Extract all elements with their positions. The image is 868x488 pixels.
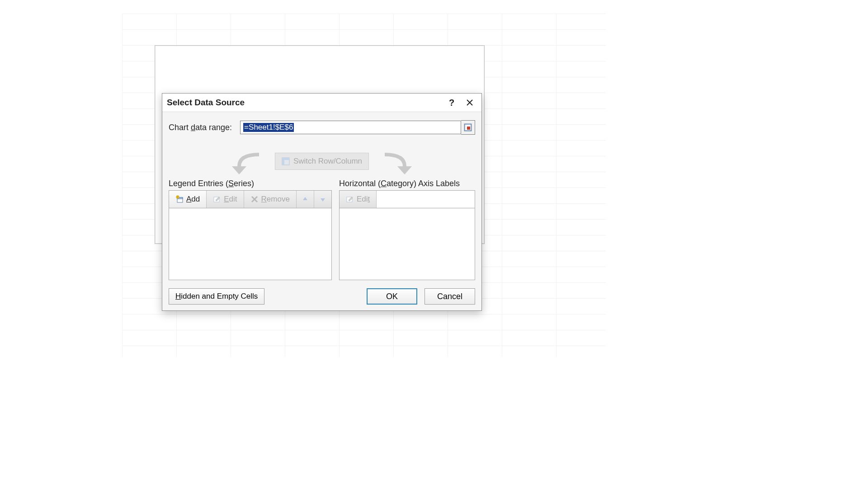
cancel-button[interactable]: Cancel [425, 288, 475, 305]
close-button[interactable] [461, 95, 479, 110]
move-up-button [297, 191, 314, 208]
edit-axis-labels-button: Edit [340, 191, 377, 208]
switch-row-column-strip: Switch Row/Column [169, 149, 475, 174]
axis-labels-list[interactable] [339, 208, 475, 280]
legend-series-list[interactable] [169, 208, 332, 280]
axis-toolbar: Edit [339, 190, 475, 208]
remove-icon [250, 195, 259, 203]
legend-entries-header: Legend Entries (Series) [169, 179, 332, 188]
edit-icon [346, 195, 354, 203]
axis-labels-header: Horizontal (Category) Axis Labels [339, 179, 475, 188]
dialog-title: Select Data Source [167, 98, 245, 108]
close-icon [467, 99, 473, 106]
chart-data-range-input[interactable]: =Sheet1!$E$6 [240, 121, 461, 134]
swap-arrow-left-icon [227, 150, 266, 177]
legend-entries-panel: Legend Entries (Series) Add [169, 179, 332, 280]
range-selector-button[interactable] [461, 120, 475, 135]
switch-row-column-button: Switch Row/Column [275, 153, 369, 170]
chart-data-range-row: Chart data range: =Sheet1!$E$6 [169, 120, 475, 135]
switch-row-column-icon [282, 157, 290, 165]
dialog-footer: Hidden and Empty Cells OK Cancel [169, 288, 475, 305]
range-selector-icon [464, 123, 472, 131]
axis-labels-panel: Horizontal (Category) Axis Labels Edit [339, 179, 475, 280]
svg-rect-2 [467, 127, 470, 130]
arrow-up-icon [301, 195, 309, 203]
help-button[interactable]: ? [443, 95, 461, 110]
legend-toolbar: Add Edit [169, 190, 332, 208]
edit-icon [213, 195, 221, 203]
chart-data-range-value: =Sheet1!$E$6 [243, 123, 294, 132]
remove-series-button: Remove [244, 191, 297, 208]
edit-series-button: Edit [207, 191, 244, 208]
chart-data-range-label: Chart data range: [169, 123, 232, 132]
add-series-button[interactable]: Add [169, 191, 207, 208]
svg-rect-5 [282, 158, 284, 165]
ok-button[interactable]: OK [367, 288, 417, 305]
switch-row-column-label: Switch Row/Column [293, 157, 362, 166]
axis-toolbar-filler [377, 191, 475, 208]
move-down-button [314, 191, 331, 208]
hidden-empty-cells-button[interactable]: Hidden and Empty Cells [169, 288, 264, 305]
swap-arrow-right-icon [377, 150, 416, 177]
add-icon [175, 195, 184, 203]
arrow-down-icon [319, 195, 327, 203]
select-data-source-dialog: Select Data Source ? Chart data range: =… [162, 93, 482, 311]
dialog-titlebar: Select Data Source ? [162, 94, 481, 112]
